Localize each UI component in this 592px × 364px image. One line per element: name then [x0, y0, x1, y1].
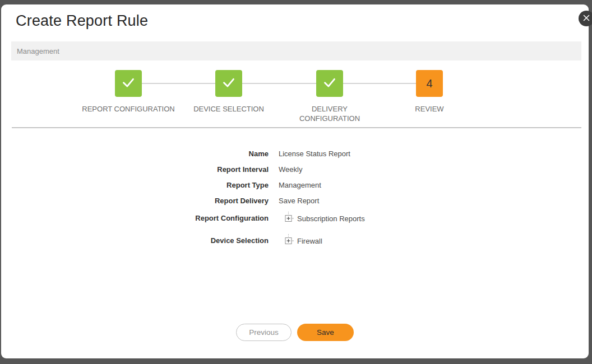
field-value: Save Report — [279, 197, 319, 205]
checkmark-icon — [320, 73, 339, 94]
summary-row-report-configuration: Report Configuration Subscription Report… — [1, 211, 589, 233]
field-label: Report Delivery — [1, 197, 269, 205]
summary-row-device-selection: Device Selection Firewall — [1, 233, 589, 255]
wizard-stepper: REPORT CONFIGURATION DEVICE SELECTION DE… — [1, 70, 589, 132]
previous-button[interactable]: Previous — [236, 324, 292, 341]
field-label: Report Interval — [1, 165, 269, 174]
section-header-label: Management — [17, 47, 59, 55]
expand-plus-icon[interactable] — [284, 212, 294, 225]
step-4-box[interactable]: 4 — [416, 70, 443, 97]
step-3-label: DELIVERY CONFIGURATION — [288, 104, 372, 123]
summary-row-report-type: Report Type Management — [1, 177, 589, 193]
expand-plus-icon[interactable] — [284, 234, 294, 248]
checkmark-icon — [119, 73, 138, 94]
summary-row-report-interval: Report Interval Weekly — [1, 161, 589, 177]
field-value: License Status Report — [279, 150, 350, 158]
field-label: Device Selection — [1, 233, 269, 245]
field-value: Weekly — [279, 165, 302, 174]
close-icon — [583, 15, 590, 23]
dialog-footer: Previous Save — [1, 324, 589, 341]
management-section-header: Management — [11, 41, 581, 60]
content-divider — [12, 127, 581, 128]
review-summary: Name License Status Report Report Interv… — [1, 146, 589, 255]
page-title: Create Report Rule — [16, 12, 148, 30]
checkmark-icon — [219, 73, 238, 94]
field-value: Firewall — [284, 233, 322, 248]
summary-row-report-delivery: Report Delivery Save Report — [1, 193, 589, 208]
modal-backdrop: Create Report Rule Management REPORT CON… — [0, 0, 592, 364]
field-label: Report Configuration — [1, 211, 269, 222]
step-3-box[interactable] — [316, 70, 343, 97]
field-value: Subscription Reports — [284, 211, 365, 225]
step-2-box[interactable] — [215, 70, 242, 97]
tree-node-label: Firewall — [297, 237, 322, 245]
tree-node-label: Subscription Reports — [297, 214, 365, 223]
create-report-rule-dialog: Create Report Rule Management REPORT CON… — [1, 4, 589, 358]
step-4-label: REVIEW — [368, 104, 491, 114]
step-review[interactable]: 4 REVIEW — [368, 70, 491, 114]
field-label: Report Type — [1, 181, 269, 189]
field-value: Management — [279, 181, 321, 189]
step-1-box[interactable] — [115, 70, 142, 97]
step-4-number: 4 — [426, 77, 432, 90]
field-label: Name — [1, 150, 269, 158]
close-button[interactable] — [579, 11, 592, 26]
save-button[interactable]: Save — [297, 324, 354, 341]
summary-row-name: Name License Status Report — [1, 146, 589, 161]
